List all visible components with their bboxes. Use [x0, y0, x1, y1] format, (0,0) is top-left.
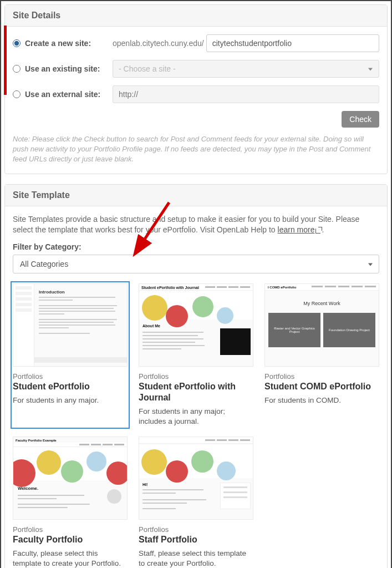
template-desc: Faculty, please select this template to …	[13, 549, 128, 568]
site-template-panel: Site Template Site Templates provide a b…	[4, 184, 388, 568]
template-title: Student COMD ePortfolio	[264, 381, 379, 392]
annotation-highlight-bar	[4, 26, 7, 95]
template-thumbnail: I COMD ePortfolio My Recent Work Raster …	[264, 283, 379, 367]
external-link-icon	[315, 227, 322, 234]
template-category: Portfolios	[13, 525, 128, 534]
template-category: Portfolios	[13, 372, 128, 381]
template-grid: Introduction Portfolios Student ePortfol…	[13, 283, 379, 568]
thumb-welcome: Welcome.	[18, 486, 38, 491]
template-desc: For students in any major; includes a jo…	[139, 407, 253, 427]
thumb-tile: Foundation Drawing Project	[323, 313, 375, 347]
template-thumbnail: Student ePortfolio with Journal About Me	[139, 283, 253, 367]
thumb-tile: Raster and Vector Graphics Project	[268, 313, 320, 347]
site-slug-input[interactable]	[206, 34, 379, 52]
template-category: Portfolios	[139, 525, 253, 534]
template-thumbnail: Introduction	[13, 283, 128, 367]
label-use-existing-site: Use an existing site:	[25, 64, 100, 73]
template-card-student-eportfolio[interactable]: Introduction Portfolios Student ePortfol…	[13, 283, 128, 427]
thumb-hi: Hi!	[142, 483, 147, 486]
template-desc: For students in COMD.	[264, 395, 379, 405]
template-category: Portfolios	[264, 372, 379, 381]
filter-category-select[interactable]: All Categories	[13, 255, 379, 273]
option-create-new-site: Create a new site: openlab.citytech.cuny…	[13, 34, 379, 52]
template-desc: Staff, please select this template to cr…	[139, 549, 253, 568]
template-card-staff-portfolio[interactable]: Staff Portfolio Example Hi!	[139, 437, 253, 568]
template-card-faculty-portfolio[interactable]: Faculty Portfolio Example Welcome.	[13, 437, 128, 568]
external-site-note: Note: Please click the Check button to s…	[13, 134, 379, 165]
existing-site-select[interactable]: - Choose a site -	[113, 60, 379, 78]
template-title: Staff Portfolio	[139, 534, 253, 545]
template-title: Student ePortfolio	[13, 381, 128, 392]
label-create-new-site: Create a new site:	[25, 39, 91, 48]
thumb-about-heading: About Me	[142, 324, 160, 328]
site-details-header: Site Details	[5, 5, 387, 27]
thumb-heading: Introduction	[39, 290, 124, 295]
template-title: Student ePortfolio with Journal	[139, 381, 253, 403]
external-site-input[interactable]	[113, 85, 379, 103]
site-template-description: Site Templates provide a basic structure…	[13, 214, 379, 236]
thumb-title: I COMD ePortfolio	[268, 286, 296, 288]
thumb-title: Faculty Portfolio Example	[16, 439, 57, 442]
template-title: Faculty Portfolio	[13, 534, 128, 545]
thumb-title: Student ePortfolio with Journal	[141, 286, 199, 290]
site-template-header: Site Template	[5, 185, 387, 206]
site-details-panel: Site Details Create a new site: openlab.…	[4, 4, 388, 174]
template-card-student-comd-eportfolio[interactable]: I COMD ePortfolio My Recent Work Raster …	[264, 283, 379, 427]
learn-more-link[interactable]: learn more	[278, 225, 322, 234]
radio-use-existing-site[interactable]	[13, 65, 21, 73]
template-thumbnail: Staff Portfolio Example Hi!	[139, 437, 253, 520]
filter-category-label: Filter by Category:	[13, 242, 379, 251]
template-category: Portfolios	[139, 372, 253, 381]
radio-use-external-site[interactable]	[13, 90, 21, 98]
option-use-existing-site: Use an existing site: - Choose a site -	[13, 60, 379, 78]
check-button[interactable]: Check	[342, 111, 379, 128]
url-prefix: openlab.citytech.cuny.edu/	[113, 39, 204, 48]
thumb-subtitle: My Recent Work	[265, 301, 379, 306]
template-card-student-eportfolio-journal[interactable]: Student ePortfolio with Journal About Me	[139, 283, 253, 427]
option-use-external-site: Use an external site:	[13, 85, 379, 103]
template-desc: For students in any major.	[13, 395, 128, 405]
radio-create-new-site[interactable]	[13, 39, 21, 47]
label-use-external-site: Use an external site:	[25, 90, 100, 99]
template-thumbnail: Faculty Portfolio Example Welcome.	[13, 437, 128, 520]
